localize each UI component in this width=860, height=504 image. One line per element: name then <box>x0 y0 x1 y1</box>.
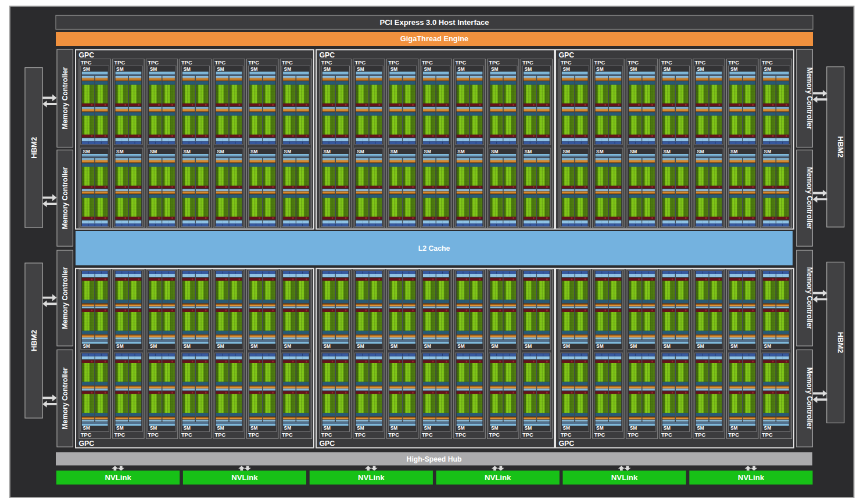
svg-text:L2 Cache: L2 Cache <box>418 244 450 253</box>
svg-text:PCI Express 3.0 Host Interface: PCI Express 3.0 Host Interface <box>380 18 489 27</box>
svg-text:NVLink: NVLink <box>611 473 638 482</box>
svg-text:GigaThread Engine: GigaThread Engine <box>400 34 468 43</box>
svg-text:Memory Controller: Memory Controller <box>61 67 69 129</box>
svg-text:NVLink: NVLink <box>738 473 765 482</box>
svg-text:Memory Controller: Memory Controller <box>805 368 814 430</box>
svg-text:Memory Controller: Memory Controller <box>61 267 69 329</box>
svg-text:NVLink: NVLink <box>105 473 131 482</box>
svg-text:Memory Controller: Memory Controller <box>805 267 814 329</box>
svg-text:NVLink: NVLink <box>358 473 385 482</box>
svg-text:Memory Controller: Memory Controller <box>61 167 69 229</box>
svg-text:HBM2: HBM2 <box>30 137 38 159</box>
svg-text:Memory Controller: Memory Controller <box>61 367 69 429</box>
svg-text:HBM2: HBM2 <box>836 332 845 353</box>
svg-text:HBM2: HBM2 <box>30 330 38 351</box>
svg-text:NVLink: NVLink <box>485 473 511 482</box>
svg-text:Memory Controller: Memory Controller <box>805 67 814 129</box>
svg-text:Memory Controller: Memory Controller <box>805 167 814 229</box>
svg-text:High-Speed Hub: High-Speed Hub <box>407 455 462 463</box>
svg-text:HBM2: HBM2 <box>836 136 845 158</box>
svg-text:NVLink: NVLink <box>231 473 258 482</box>
